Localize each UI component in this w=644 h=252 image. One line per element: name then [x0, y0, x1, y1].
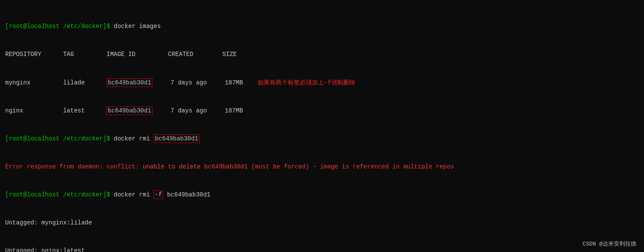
watermark: CSDN @达米安利拉德	[582, 240, 636, 248]
line-rmi-cmd: [root@localhost /etc/docker]$ docker rmi…	[5, 134, 639, 144]
line-untagged-2: Untagged: nginx:latest	[5, 246, 639, 252]
image-id-box-2: bc649bab30d1	[106, 106, 152, 115]
image-id-box-1: bc649bab30d1	[106, 78, 152, 87]
prompt: [root@localhost /etc/docker]$	[5, 23, 114, 30]
column-headers: REPOSITORY TAG IMAGE ID CREATED SIZE	[5, 51, 237, 58]
line-error: Error response from daemon: conflict: un…	[5, 162, 639, 172]
terminal: [root@localhost /etc/docker]$ docker ima…	[0, 0, 644, 252]
line-header: REPOSITORY TAG IMAGE ID CREATED SIZE	[5, 50, 639, 59]
rmi-image-id-box: bc649bab30d1	[153, 134, 199, 143]
line-1: [root@localhost /etc/docker]$ docker ima…	[5, 22, 639, 31]
line-rmi-force-cmd: [root@localhost /etc/docker]$ docker rmi…	[5, 190, 639, 200]
comment-text: 如果有两个标签必须加上-f强制删除	[258, 79, 355, 86]
cmd: docker images	[114, 23, 161, 30]
line-mynginx: mynginx lilade bc649bab30d1 7 days ago 1…	[5, 78, 639, 88]
line-nginx: nginx latest bc649bab30d1 7 days ago 187…	[5, 106, 639, 116]
line-untagged-1: Untagged: mynginx:lilade	[5, 218, 639, 228]
force-flag-box: -f	[153, 190, 163, 199]
